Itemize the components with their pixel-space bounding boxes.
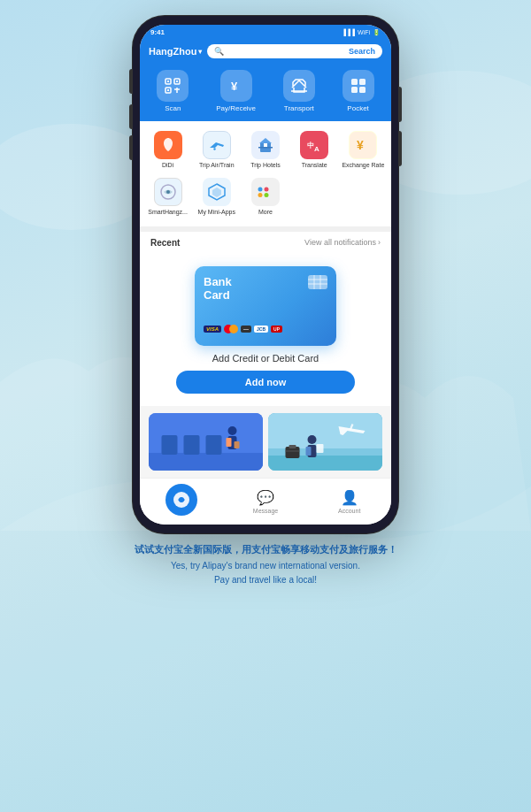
- footer: 试试支付宝全新国际版，用支付宝畅享移动支付及旅行服务！ Yes, try Ali…: [117, 533, 415, 595]
- pocket-icon: [342, 70, 374, 102]
- svg-rect-42: [206, 435, 222, 455]
- trip-air-label: Trip Air/Train: [199, 162, 235, 169]
- app-grid: DiDi Trip Air/Train Trip Hotels: [140, 121, 391, 226]
- nav-message[interactable]: 💬 Message: [224, 489, 308, 514]
- jcb-logo: JCB: [254, 326, 268, 333]
- nav-account[interactable]: 👤 Account: [307, 489, 391, 514]
- app-grid-inner: DiDi Trip Air/Train Trip Hotels: [145, 128, 386, 219]
- phone-wrapper: 9:41 ▐▐▐ WiFi 🔋 HangZhou ▾ 🔍 Search: [133, 16, 398, 533]
- visa-logo: VISA: [204, 326, 221, 333]
- svg-rect-40: [162, 435, 178, 455]
- scan-icon: [157, 70, 189, 102]
- transport-label: Transport: [284, 104, 314, 112]
- app-trip-hotels[interactable]: Trip Hotels: [242, 128, 288, 172]
- didi-icon: [154, 131, 182, 159]
- svg-text:中: 中: [307, 142, 314, 149]
- screen: 9:41 ▐▐▐ WiFi 🔋 HangZhou ▾ 🔍 Search: [140, 25, 391, 525]
- header: HangZhou ▾ 🔍 Search: [140, 40, 391, 65]
- signal-icon: ▐▐▐: [342, 29, 355, 35]
- battery-icon: 🔋: [373, 29, 381, 36]
- bank-card-section: Bank Card: [140, 257, 391, 406]
- bottom-nav: 💬 Message 👤 Account: [140, 478, 391, 525]
- app-trip-air[interactable]: Trip Air/Train: [194, 128, 239, 172]
- trip-hotels-label: Trip Hotels: [250, 162, 281, 169]
- action-pocket[interactable]: Pocket: [342, 70, 374, 112]
- alipay-home-icon: [165, 484, 197, 516]
- svg-marker-26: [212, 188, 221, 197]
- more-label: More: [258, 209, 273, 216]
- app-more[interactable]: More: [242, 175, 288, 218]
- message-label: Message: [253, 508, 278, 514]
- app-didi[interactable]: DiDi: [145, 128, 190, 172]
- svg-rect-13: [359, 79, 366, 85]
- unionpay-logo: UP: [271, 326, 282, 333]
- promo-banner-2[interactable]: [268, 413, 382, 471]
- view-all-label: View all notifications: [304, 238, 376, 247]
- svg-rect-39: [149, 453, 263, 471]
- pay-receive-label: Pay/Receive: [216, 104, 256, 112]
- footer-english-text: Yes, try Alipay's brand new internationa…: [135, 559, 397, 587]
- action-pay-receive[interactable]: ¥ Pay/Receive: [216, 70, 256, 112]
- svg-rect-46: [235, 441, 240, 448]
- didi-label: DiDi: [162, 162, 173, 169]
- smarthangz-icon: [154, 178, 182, 206]
- app-mini-apps[interactable]: My Mini-Apps: [194, 175, 239, 218]
- footer-english-line1: Yes, try Alipay's brand new internationa…: [171, 561, 360, 571]
- trip-hotels-icon: [251, 131, 280, 159]
- card-logos: VISA — JCB UP: [204, 321, 327, 337]
- svg-rect-7: [167, 89, 169, 91]
- exchange-label: Exchange Rate: [342, 162, 384, 169]
- action-scan[interactable]: Scan: [157, 70, 189, 112]
- svg-rect-14: [351, 87, 358, 93]
- pocket-label: Pocket: [347, 104, 368, 112]
- mini-apps-icon: [203, 178, 231, 206]
- svg-rect-31: [308, 275, 327, 289]
- more-icon: [251, 178, 280, 206]
- view-all-notifications-link[interactable]: View all notifications ›: [304, 238, 381, 247]
- view-all-chevron-icon: ›: [378, 238, 381, 247]
- svg-rect-55: [306, 447, 312, 456]
- svg-rect-51: [289, 445, 296, 448]
- search-input[interactable]: [227, 47, 345, 56]
- app-translate[interactable]: 中A Translate: [292, 128, 337, 172]
- trip-air-icon: [203, 131, 231, 159]
- svg-rect-56: [317, 444, 324, 453]
- add-now-button[interactable]: Add now: [176, 371, 355, 394]
- svg-text:A: A: [314, 145, 319, 153]
- promo-banners: [140, 406, 391, 478]
- app-smarthangz[interactable]: SmartHangz...: [145, 175, 190, 218]
- svg-point-37: [229, 325, 238, 333]
- svg-rect-45: [227, 438, 232, 447]
- translate-label: Translate: [302, 162, 327, 169]
- quick-actions-row: Scan ¥ Pay/Receive Transport: [140, 65, 391, 121]
- status-bar: 9:41 ▐▐▐ WiFi 🔋: [140, 25, 391, 40]
- nav-home[interactable]: [140, 484, 224, 519]
- svg-rect-15: [359, 87, 366, 93]
- search-bar: 🔍 Search: [207, 44, 382, 58]
- svg-marker-19: [259, 138, 272, 143]
- svg-rect-5: [167, 80, 169, 82]
- app-exchange[interactable]: ¥ Exchange Rate: [341, 128, 386, 172]
- account-label: Account: [338, 508, 360, 514]
- status-time: 9:41: [150, 28, 165, 36]
- svg-rect-41: [184, 435, 200, 455]
- action-transport[interactable]: Transport: [283, 70, 315, 112]
- svg-text:¥: ¥: [357, 138, 364, 152]
- svg-point-43: [228, 426, 237, 435]
- account-icon: 👤: [341, 489, 358, 506]
- recent-label: Recent: [150, 238, 180, 248]
- svg-rect-6: [176, 80, 178, 82]
- svg-rect-49: [268, 456, 382, 471]
- svg-rect-12: [351, 79, 358, 85]
- svg-point-53: [308, 435, 317, 444]
- message-icon: 💬: [257, 489, 274, 506]
- bank-card-line2: Card: [204, 288, 230, 302]
- location-label: HangZhou: [149, 46, 196, 57]
- search-button[interactable]: Search: [349, 47, 375, 56]
- promo-banner-1[interactable]: [149, 413, 263, 471]
- translate-icon: 中A: [300, 131, 328, 159]
- location-button[interactable]: HangZhou ▾: [149, 46, 202, 57]
- mini-apps-label: My Mini-Apps: [198, 209, 235, 216]
- notifications-bar: Recent View all notifications ›: [140, 232, 391, 254]
- pay-receive-icon: ¥: [220, 70, 252, 102]
